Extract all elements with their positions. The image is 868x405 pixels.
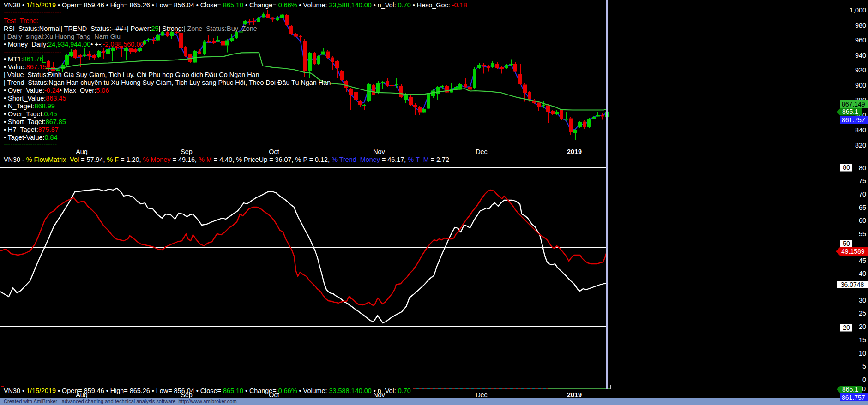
svg-text:Dec: Dec — [476, 391, 488, 399]
svg-text:940: 940 — [855, 52, 866, 59]
svg-text:820: 820 — [855, 142, 866, 149]
svg-text:• Short_Value:863.45: • Short_Value:863.45 — [4, 95, 66, 102]
svg-text:• Over_Taget:0.45: • Over_Taget:0.45 — [4, 110, 57, 118]
svg-text:Sep: Sep — [181, 391, 193, 399]
svg-text:70: 70 — [859, 191, 866, 198]
svg-text:VN30 • 1/15/2019 • Open= 859.4: VN30 • 1/15/2019 • Open= 859.46 • High= … — [4, 387, 411, 394]
svg-text:Nov: Nov — [373, 148, 385, 155]
svg-text:Dec: Dec — [476, 148, 488, 155]
svg-text:0: 0 — [862, 385, 866, 393]
svg-text:| Value_Status:Đinh Gia Suy Gi: | Value_Status:Đinh Gia Suy Giam, Tich L… — [4, 71, 259, 78]
svg-text:0: 0 — [862, 376, 866, 383]
svg-text:1,000: 1,000 — [850, 6, 866, 14]
svg-text:Aug: Aug — [76, 148, 88, 155]
svg-text:45: 45 — [859, 257, 866, 264]
svg-text:60: 60 — [859, 217, 866, 224]
svg-text:• Over_Value:-0.24• Max_Over:5: • Over_Value:-0.24• Max_Over:5.06 — [4, 87, 109, 94]
svg-text:75: 75 — [859, 177, 866, 185]
svg-text:50: 50 — [843, 240, 850, 247]
svg-text:• N_Taget:868.99: • N_Taget:868.99 — [4, 102, 55, 110]
svg-text:80: 80 — [859, 164, 866, 172]
svg-text:10: 10 — [859, 350, 866, 357]
svg-text:| Trend_Status:Ngan Han chuyên: | Trend_Status:Ngan Han chuyên tu Xu Huo… — [4, 79, 344, 86]
svg-text:• Short_Taget:867.85: • Short_Taget:867.85 — [4, 118, 66, 125]
svg-text:Oct: Oct — [269, 148, 279, 155]
svg-text:40: 40 — [859, 270, 866, 277]
svg-text:VN30 - % FlowMatrix_Vol = 57.9: VN30 - % FlowMatrix_Vol = 57.94, % F = 1… — [4, 156, 449, 163]
svg-text:2019: 2019 — [567, 148, 582, 155]
svg-text:5: 5 — [862, 363, 866, 370]
svg-text:• H7_Taget:875.87: • H7_Taget:875.87 — [4, 126, 59, 133]
svg-text:RSI_Status:Normal| TREND_Statu: RSI_Status:Normal| TREND_Status:--##+| P… — [4, 25, 257, 32]
svg-text:960: 960 — [855, 36, 866, 44]
svg-text:920: 920 — [855, 66, 866, 74]
svg-text:2019: 2019 — [567, 391, 582, 399]
svg-text:36.0748: 36.0748 — [841, 281, 864, 288]
svg-text:Aug: Aug — [76, 391, 88, 399]
svg-text:Test_Trend:: Test_Trend: — [4, 17, 38, 24]
svg-text:| Daily_singal:Xu Huong Tang_N: | Daily_singal:Xu Huong Tang_Nam Giu — [4, 33, 121, 40]
svg-text:• Money_Daily:24,934,944.00• +: • Money_Daily:24,934,944.00• +-:-2,088,5… — [4, 41, 144, 48]
svg-text:840: 840 — [855, 126, 866, 134]
svg-text:49.1589: 49.1589 — [841, 248, 865, 255]
svg-text:------------------------: ------------------------ — [4, 140, 57, 148]
svg-text:861.757: 861.757 — [842, 116, 865, 124]
svg-text:865.1: 865.1 — [842, 108, 858, 115]
svg-text:--------------------------: -------------------------- — [4, 8, 61, 16]
svg-text:55: 55 — [859, 230, 866, 238]
svg-text:30: 30 — [859, 297, 866, 304]
svg-text:Sep: Sep — [181, 148, 193, 155]
svg-text:15: 15 — [859, 336, 866, 344]
svg-text:• Value:867.15: • Value:867.15 — [4, 63, 47, 71]
svg-text:Nov: Nov — [373, 391, 385, 399]
svg-text:Created with AmiBroker - advan: Created with AmiBroker - advanced charti… — [4, 399, 237, 404]
svg-text:867.149: 867.149 — [842, 101, 865, 108]
svg-text:20: 20 — [843, 324, 850, 331]
svg-text:Oct: Oct — [269, 391, 279, 399]
svg-text:--------------------------: -------------------------- — [4, 48, 61, 55]
svg-text:• MT1:861.76: • MT1:861.76 — [4, 55, 43, 63]
svg-text:900: 900 — [855, 82, 866, 89]
svg-text:25: 25 — [859, 310, 866, 317]
svg-text:65: 65 — [859, 204, 866, 211]
svg-text:980: 980 — [855, 22, 866, 29]
svg-text:VN30 • 1/15/2019 • Open= 859.4: VN30 • 1/15/2019 • Open= 859.46 • High= … — [4, 1, 467, 9]
svg-text:861.757: 861.757 — [842, 394, 865, 401]
svg-text:80: 80 — [843, 164, 850, 171]
svg-text:865.1: 865.1 — [842, 386, 858, 393]
svg-text:20: 20 — [859, 323, 866, 330]
